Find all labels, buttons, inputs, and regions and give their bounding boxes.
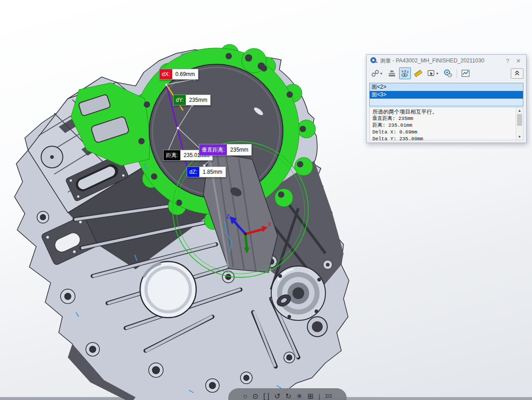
rotate-view-icon[interactable]: ↻ <box>285 393 291 400</box>
callout-dy-chip: dY: <box>174 95 186 105</box>
measure-dialog: 测量 - PA43002_MH_FINISHED_20211030 ? ✕ ▼ … <box>366 54 527 143</box>
scroll-down-arrow-icon[interactable]: ▼ <box>516 134 523 140</box>
view-page-indicator: 2/2 <box>325 393 332 399</box>
callout-dx[interactable]: dX: 0.69mm <box>159 69 198 80</box>
model-through-bore[interactable] <box>140 262 196 318</box>
projection-icon <box>427 69 435 77</box>
callout-distance-chip: 距离: <box>164 150 180 160</box>
dialog-help-button[interactable]: ? <box>504 57 512 64</box>
scroll-up-arrow-icon[interactable]: ▲ <box>516 108 523 114</box>
application-window: Z X dX: 0.69mm dY: 235mm 距离: 23 <box>0 0 532 400</box>
collapse-chevrons-icon <box>515 71 519 76</box>
selection-list-item-face2[interactable]: 面<2> <box>370 83 523 91</box>
result-delta-x: Delta X: 0.69mm <box>372 129 515 136</box>
units-button[interactable]: in mm <box>386 67 398 79</box>
create-sensor-button[interactable] <box>460 67 471 79</box>
selection-list[interactable]: 面<2> 面<3> <box>369 83 523 106</box>
callout-dz-value: 1.85mm <box>199 167 225 177</box>
svg-text:y: y <box>404 69 406 73</box>
result-delta-y: Delta Y: 235.00mm <box>372 136 515 143</box>
measure-tape-icon <box>370 57 377 64</box>
callout-dy[interactable]: dY: 235mm <box>173 95 211 105</box>
result-parallel-note: 所选的两个项目相互平行。 <box>372 109 515 115</box>
svg-text:x: x <box>401 69 404 73</box>
measurement-history-button[interactable] <box>442 67 454 79</box>
ruler-icon <box>414 69 423 78</box>
display-style-icon[interactable]: ⊞ <box>307 393 313 400</box>
zoom-window-icon[interactable]: [ ] <box>263 393 269 400</box>
chart-icon <box>461 69 470 78</box>
arc-measure-button[interactable]: ▼ <box>369 67 385 79</box>
selection-list-item-face3[interactable]: 面<3> <box>370 91 523 99</box>
callout-vertical-distance[interactable]: 垂直距离: 235mm <box>199 144 252 156</box>
results-scrollbar[interactable]: ▲ ▼ <box>516 108 523 140</box>
history-icon <box>443 69 452 78</box>
dialog-title: 测量 - PA43002_MH_FINISHED_20211030 <box>380 57 501 65</box>
toolbar-separator <box>457 69 457 78</box>
zoom-area-icon[interactable]: ⊙ <box>252 393 258 400</box>
callout-dx-value: 0.69mm <box>172 69 198 79</box>
svg-text:z: z <box>407 70 409 74</box>
result-distance: 距离: 235.01mm <box>372 122 515 129</box>
zoom-fit-icon[interactable]: ○ <box>243 393 247 400</box>
triad-x-label: X <box>268 221 272 228</box>
pan-view-icon[interactable]: ✳ <box>297 393 302 400</box>
dialog-close-button[interactable]: ✕ <box>514 57 523 64</box>
measurement-button[interactable] <box>412 67 424 79</box>
measure-results-panel: 所选的两个项目相互平行。 垂直距离: 235mm 距离: 235.01mm De… <box>369 107 523 140</box>
callout-vertical-distance-chip: 垂直距离: <box>199 144 227 155</box>
callout-vertical-distance-value: 235mm <box>227 144 251 155</box>
collapse-button[interactable] <box>511 68 523 79</box>
xyz-eye-icon: x y z <box>400 69 410 78</box>
projected-on-screen-button[interactable]: ▼ <box>425 67 441 79</box>
measure-dialog-titlebar[interactable]: 测量 - PA43002_MH_FINISHED_20211030 ? ✕ <box>367 55 526 67</box>
measure-toolbar: ▼ in mm x y z <box>367 67 526 80</box>
arc-measure-icon <box>371 69 379 77</box>
callout-dx-chip: dX: <box>160 69 172 79</box>
result-vertical-distance: 垂直距离: 235mm <box>372 115 515 122</box>
units-icon: in mm <box>389 70 395 77</box>
scrollbar-thumb[interactable] <box>517 114 522 126</box>
previous-view-icon[interactable]: ↺ <box>274 393 280 400</box>
heads-up-view-toolbar[interactable]: ○ ⊙ [ ] ↺ ↻ ✳ ⊞ | 2/2 <box>228 388 347 400</box>
triad-z-label: Z <box>226 213 230 220</box>
callout-dz[interactable]: dZ: 1.85mm <box>187 167 226 177</box>
callout-dy-value: 235mm <box>186 95 210 105</box>
callout-dz-chip: dZ: <box>187 167 199 177</box>
hud-separator: | <box>318 393 320 400</box>
show-xyz-button[interactable]: x y z <box>399 67 411 79</box>
